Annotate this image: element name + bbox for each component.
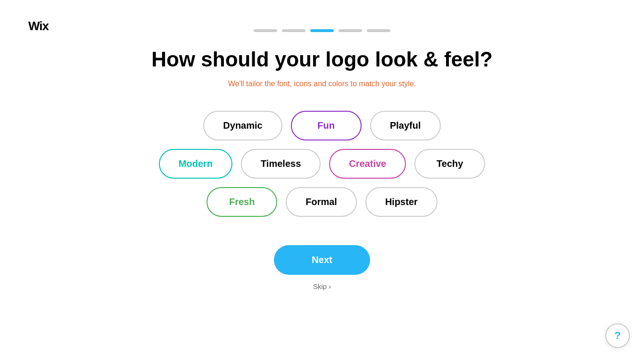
option-fresh[interactable]: Fresh bbox=[206, 187, 277, 217]
svg-text:Wix: Wix bbox=[28, 19, 50, 32]
option-creative[interactable]: Creative bbox=[329, 149, 406, 179]
next-button[interactable]: Next bbox=[274, 245, 370, 275]
progress-step-3 bbox=[310, 29, 334, 32]
main-content: How should your logo look & feel? We'll … bbox=[133, 47, 511, 290]
progress-bar bbox=[254, 29, 390, 32]
page-subtitle: We'll tailor the font, icons and colors … bbox=[228, 80, 416, 88]
option-timeless[interactable]: Timeless bbox=[241, 149, 321, 179]
options-row-2: Modern Timeless Creative Techy bbox=[159, 149, 485, 179]
skip-link[interactable]: Skip › bbox=[313, 282, 331, 290]
progress-step-5 bbox=[367, 29, 390, 32]
skip-label: Skip bbox=[313, 282, 327, 290]
help-button[interactable]: ? bbox=[605, 323, 630, 348]
progress-step-4 bbox=[339, 29, 362, 32]
page-title: How should your logo look & feel? bbox=[151, 47, 493, 72]
progress-step-1 bbox=[254, 29, 277, 32]
options-row-1: Dynamic Fun Playful bbox=[203, 111, 440, 140]
progress-step-2 bbox=[282, 29, 305, 32]
wix-logo: Wix bbox=[28, 19, 60, 35]
style-options-container: Dynamic Fun Playful Modern Timeless Crea… bbox=[159, 111, 485, 217]
option-techy[interactable]: Techy bbox=[414, 149, 485, 179]
option-hipster[interactable]: Hipster bbox=[365, 187, 438, 217]
option-playful[interactable]: Playful bbox=[370, 111, 441, 140]
option-formal[interactable]: Formal bbox=[286, 187, 357, 217]
option-modern[interactable]: Modern bbox=[159, 149, 232, 179]
option-dynamic[interactable]: Dynamic bbox=[203, 111, 282, 140]
chevron-right-icon: › bbox=[329, 282, 331, 290]
option-fun[interactable]: Fun bbox=[291, 111, 362, 140]
options-row-3: Fresh Formal Hipster bbox=[206, 187, 438, 217]
